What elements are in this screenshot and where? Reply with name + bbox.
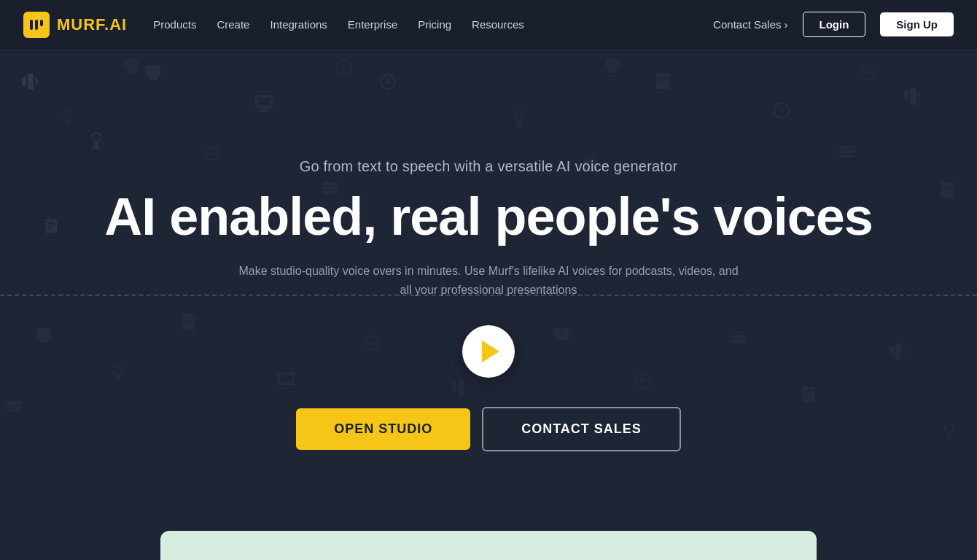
hero-section: Go from text to speech with a versatile … [0, 0, 977, 560]
nav-item-pricing[interactable]: Pricing [418, 18, 451, 31]
signup-button[interactable]: Sign Up [880, 12, 954, 36]
svg-rect-6 [91, 147, 101, 149]
play-icon [482, 341, 499, 362]
logo-text: MURF.AI [57, 15, 127, 34]
svg-rect-10 [255, 95, 273, 108]
svg-rect-18 [656, 73, 669, 89]
svg-rect-37 [124, 58, 139, 70]
nav-item-integrations[interactable]: Integrations [270, 18, 327, 31]
contact-sales-nav[interactable]: Contact Sales › [713, 18, 787, 31]
svg-point-12 [381, 74, 395, 89]
svg-point-14 [515, 111, 523, 120]
open-studio-button[interactable]: OPEN STUDIO [296, 408, 470, 450]
svg-rect-0 [30, 20, 33, 30]
nav-item-products[interactable]: Products [153, 18, 196, 31]
svg-rect-1 [35, 20, 38, 30]
svg-point-38 [337, 60, 351, 74]
svg-rect-7 [146, 66, 160, 76]
bottom-card-preview [160, 531, 817, 560]
hero-subtitle: Go from text to speech with a versatile … [300, 158, 678, 175]
svg-rect-2 [40, 20, 43, 26]
svg-point-21 [774, 104, 789, 118]
cta-buttons: OPEN STUDIO CONTACT SALES [296, 407, 681, 451]
nav-item-create[interactable]: Create [217, 18, 249, 31]
chevron-right-icon: › [785, 18, 788, 31]
svg-point-4 [92, 133, 101, 141]
logo[interactable]: MURF.AI [23, 12, 127, 38]
svg-rect-3 [22, 77, 26, 86]
nav-links: Products Create Integrations Enterprise … [153, 18, 524, 31]
logo-icon [23, 12, 50, 38]
svg-rect-15 [517, 120, 521, 125]
play-button-wrapper [462, 325, 515, 378]
nav-right: Contact Sales › Login Sign Up [713, 12, 954, 37]
play-button[interactable] [462, 325, 515, 378]
hero-content: Go from text to speech with a versatile … [0, 158, 977, 451]
svg-point-40 [861, 66, 874, 79]
svg-rect-5 [94, 141, 98, 147]
hero-title: AI enabled, real people's voices [104, 188, 873, 246]
svg-rect-16 [514, 125, 524, 127]
nav-item-enterprise[interactable]: Enterprise [348, 18, 397, 31]
svg-point-35 [63, 111, 71, 120]
svg-rect-22 [904, 90, 908, 99]
contact-sales-button[interactable]: CONTACT SALES [482, 407, 681, 451]
nav-left: MURF.AI Products Create Integrations Ent… [23, 12, 524, 38]
navbar: MURF.AI Products Create Integrations Ent… [0, 0, 977, 50]
login-button[interactable]: Login [803, 12, 866, 37]
hero-description: Make studio-quality voice overs in minut… [233, 262, 744, 299]
svg-rect-36 [65, 120, 69, 125]
nav-item-resources[interactable]: Resources [472, 18, 524, 31]
svg-rect-11 [258, 98, 270, 105]
svg-rect-39 [605, 58, 620, 69]
